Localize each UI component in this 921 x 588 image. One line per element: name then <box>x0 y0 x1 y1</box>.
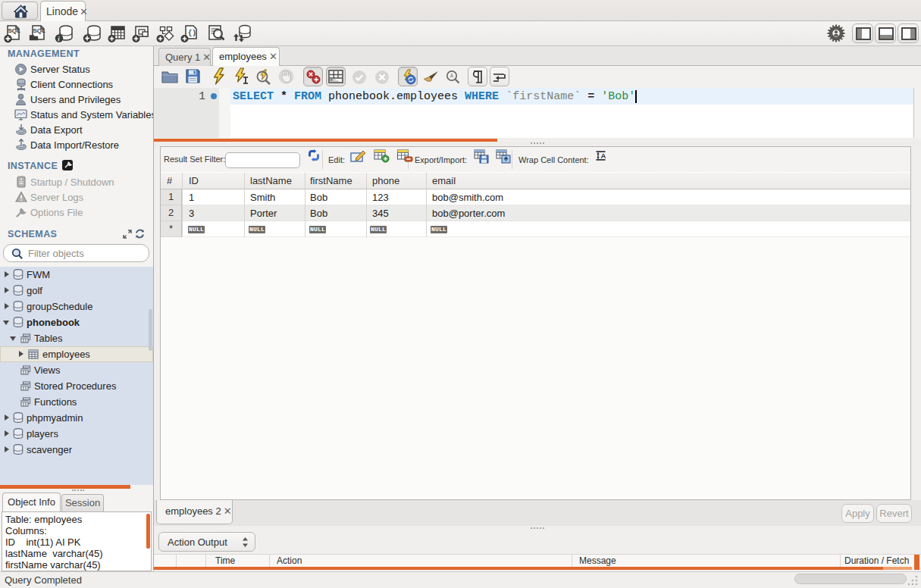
svg-text:{): {) <box>188 30 196 37</box>
svg-text:SQL: SQL <box>8 27 21 34</box>
svg-text:SQL: SQL <box>33 27 46 34</box>
svg-text:A: A <box>601 152 606 160</box>
